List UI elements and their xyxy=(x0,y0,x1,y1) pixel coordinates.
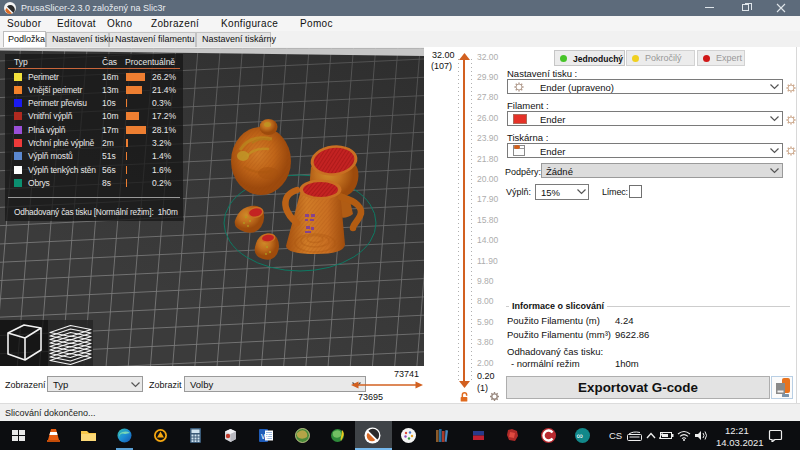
svg-text:W: W xyxy=(261,432,269,441)
svg-text:∞: ∞ xyxy=(577,431,583,441)
